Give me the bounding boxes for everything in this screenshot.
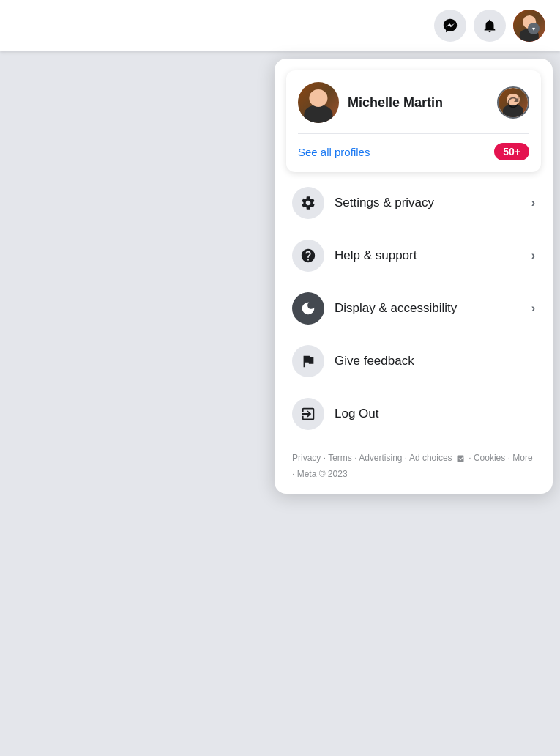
- help-icon-circle: [292, 240, 324, 272]
- profile-avatar-wrapper[interactable]: ▾: [513, 10, 545, 42]
- display-label: Display & accessibility: [335, 301, 457, 316]
- help-left: Help & support: [292, 240, 417, 272]
- display-icon-circle: [292, 292, 324, 325]
- give-feedback-item[interactable]: Give feedback: [286, 336, 541, 386]
- messenger-icon: [442, 18, 458, 34]
- settings-label: Settings & privacy: [335, 196, 434, 210]
- cookies-link[interactable]: Cookies: [474, 453, 505, 463]
- notifications-button[interactable]: [474, 10, 506, 42]
- feedback-left: Give feedback: [292, 345, 414, 377]
- bell-icon: [482, 18, 498, 34]
- menu-items: Settings & privacy › Help & support ›: [286, 178, 541, 439]
- display-chevron: ›: [531, 302, 535, 315]
- profile-avatar-image: [298, 82, 339, 123]
- refresh-icon: [505, 94, 521, 111]
- dropdown-panel: Michelle Martin See all profiles 50+: [275, 59, 553, 494]
- terms-link[interactable]: Terms: [328, 453, 352, 463]
- footer-line1: Privacy · Terms · Advertising · Ad choic…: [292, 453, 533, 479]
- feedback-icon-circle: [292, 345, 324, 377]
- display-accessibility-item[interactable]: Display & accessibility ›: [286, 284, 541, 333]
- footer-text: Privacy · Terms · Advertising · Ad choic…: [292, 451, 535, 482]
- moon-icon: [300, 300, 316, 316]
- messenger-button[interactable]: [434, 10, 466, 42]
- ad-choices-link[interactable]: Ad choices: [409, 453, 452, 463]
- feedback-label: Give feedback: [335, 354, 414, 368]
- top-bar: ▾: [0, 0, 560, 51]
- logout-left: Log Out: [292, 398, 379, 430]
- help-support-item[interactable]: Help & support ›: [286, 231, 541, 281]
- settings-chevron: ›: [531, 196, 535, 210]
- logout-label: Log Out: [335, 407, 379, 421]
- more-link[interactable]: More: [512, 453, 532, 463]
- privacy-link[interactable]: Privacy: [292, 453, 321, 463]
- profile-row: Michelle Martin: [298, 82, 529, 123]
- help-label: Help & support: [335, 248, 417, 263]
- gear-icon: [300, 195, 316, 211]
- profile-name: Michelle Martin: [348, 95, 443, 111]
- divider: [298, 133, 529, 134]
- footer-links: Privacy · Terms · Advertising · Ad choic…: [286, 451, 541, 482]
- profile-avatar: [298, 82, 339, 123]
- profile-card: Michelle Martin See all profiles 50+: [286, 70, 541, 172]
- flag-icon: [300, 353, 316, 369]
- switch-profile-button[interactable]: [497, 86, 529, 119]
- ad-choices-icon: [456, 454, 465, 463]
- logout-icon-circle: [292, 398, 324, 430]
- display-left: Display & accessibility: [292, 292, 457, 325]
- advertising-link[interactable]: Advertising: [359, 453, 402, 463]
- see-all-row: See all profiles 50+: [298, 143, 529, 160]
- notification-badge: 50+: [494, 143, 529, 160]
- help-chevron: ›: [531, 249, 535, 262]
- profile-left: Michelle Martin: [298, 82, 443, 123]
- see-all-profiles-link[interactable]: See all profiles: [298, 146, 370, 158]
- dropdown-chevron: ▾: [528, 23, 540, 34]
- refresh-overlay: [499, 88, 528, 117]
- question-icon: [300, 248, 316, 264]
- settings-privacy-item[interactable]: Settings & privacy ›: [286, 178, 541, 228]
- logout-item[interactable]: Log Out: [286, 389, 541, 439]
- copyright: Meta © 2023: [297, 469, 348, 479]
- logout-icon: [300, 406, 316, 422]
- settings-left: Settings & privacy: [292, 187, 434, 219]
- settings-icon-circle: [292, 187, 324, 219]
